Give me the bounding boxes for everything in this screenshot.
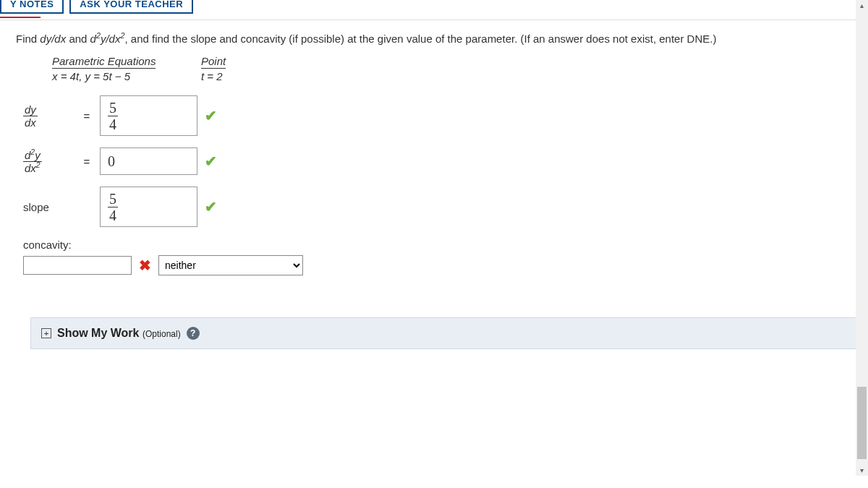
check-icon: ✔: [205, 198, 217, 215]
d2ydx2-val: 0: [108, 153, 115, 170]
prompt-dydx: dy/dx: [40, 33, 66, 45]
point-cell: t = 2: [201, 69, 252, 82]
scroll-down-icon[interactable]: ▾: [860, 465, 864, 476]
question-prompt: Find dy/dx and d2y/dx2, and find the slo…: [16, 30, 868, 48]
slope-den: 4: [108, 207, 118, 223]
eq-sign-3: =: [204, 70, 216, 82]
eq-x-lhs: x: [52, 70, 58, 82]
dx-den: dx: [23, 116, 38, 128]
table-header-row: Parametric Equations Point: [52, 55, 868, 69]
concavity-select[interactable]: neither: [158, 255, 303, 275]
top-button-row: Y NOTES ASK YOUR TEACHER: [0, 0, 868, 17]
prompt-and: and: [66, 33, 90, 45]
dydx-den: 4: [108, 116, 118, 132]
concavity-label: concavity:: [23, 239, 868, 251]
d2-b: y/dx: [101, 33, 121, 45]
eq-x-rhs: 4t: [70, 70, 80, 82]
show-my-work-panel[interactable]: + Show My Work (Optional) ?: [30, 317, 861, 349]
dydx-row: dy dx = 5 4 ✔: [23, 95, 868, 136]
eq-y-rhs: 5t − 5: [103, 70, 130, 82]
slope-label: slope: [23, 201, 74, 213]
show-work-title: Show My Work (Optional): [57, 327, 181, 340]
ask-teacher-button[interactable]: ASK YOUR TEACHER: [69, 0, 193, 14]
slope-num: 5: [108, 192, 118, 207]
slope-row: slope 5 4 ✔: [23, 187, 868, 227]
check-icon: ✔: [205, 107, 217, 124]
d2y-den: dx: [25, 162, 36, 174]
gray-divider: [0, 20, 868, 20]
viewport: Y NOTES ASK YOUR TEACHER Find dy/dx and …: [0, 0, 868, 488]
d2ydx2-row: d2y dx2 = 0 ✔: [23, 147, 868, 175]
question-area: Find dy/dx and d2y/dx2, and find the slo…: [0, 30, 868, 349]
header-parametric: Parametric Equations: [52, 55, 156, 69]
scroll-up-icon[interactable]: ▴: [860, 0, 864, 11]
pt-rhs: 2: [216, 70, 222, 82]
dydx-label: dy dx: [23, 104, 74, 128]
help-icon[interactable]: ?: [187, 327, 200, 340]
d2y-b: y: [35, 149, 41, 161]
concavity-row: ✖ neither: [23, 255, 868, 275]
prompt-suffix: , and find the slope and concavity (if p…: [124, 33, 716, 45]
eq-sign-d2ydx2: =: [81, 155, 93, 168]
d2-a: d: [90, 33, 96, 45]
prompt-d2ydx2: d2y/dx2: [90, 33, 125, 45]
content: Y NOTES ASK YOUR TEACHER Find dy/dx and …: [0, 0, 868, 470]
dydx-num: 5: [108, 100, 118, 116]
dydx-answer-box[interactable]: 5 4: [100, 95, 197, 136]
header-point: Point: [201, 55, 226, 69]
vertical-scrollbar[interactable]: ▴ ▾: [856, 0, 868, 476]
answers-block: dy dx = 5 4 ✔: [23, 95, 868, 227]
scroll-track[interactable]: [856, 11, 868, 465]
eq-y-lhs: y: [85, 70, 90, 82]
red-divider: [0, 17, 41, 18]
slope-answer-box[interactable]: 5 4: [100, 187, 197, 227]
eq-sign-dydx: =: [81, 110, 93, 122]
prompt-prefix: Find: [16, 33, 40, 45]
eq-sign-1: =: [58, 70, 70, 82]
d2y-sup2: 2: [36, 160, 41, 169]
parametric-eq-cell: x = 4t, y = 5t − 5: [52, 69, 182, 82]
my-notes-button[interactable]: Y NOTES: [0, 0, 64, 14]
show-work-main: Show My Work: [57, 327, 140, 339]
concavity-input[interactable]: [23, 256, 132, 275]
check-icon: ✔: [205, 153, 217, 170]
scroll-thumb[interactable]: [857, 387, 867, 459]
d2ydx2-answer-box[interactable]: 0: [100, 147, 197, 175]
show-work-optional: (Optional): [142, 329, 181, 339]
eq-sign-2: =: [90, 70, 103, 82]
x-icon: ✖: [139, 257, 151, 274]
d2ydx2-label: d2y dx2: [23, 150, 74, 174]
dy-num: dy: [23, 104, 38, 116]
equation-table: Parametric Equations Point x = 4t, y = 5…: [52, 55, 868, 82]
expand-icon: +: [41, 328, 51, 338]
table-value-row: x = 4t, y = 5t − 5 t = 2: [52, 69, 868, 82]
